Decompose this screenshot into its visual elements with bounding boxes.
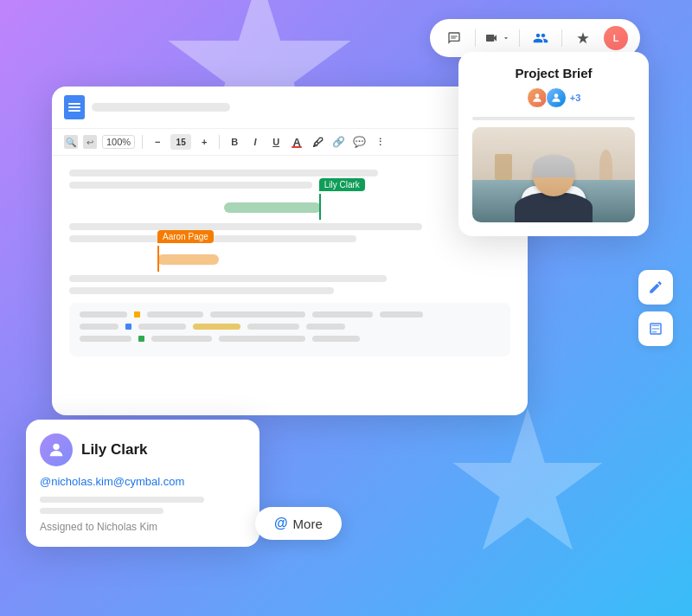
- toolbar-divider-3: [561, 29, 562, 47]
- gantt-bar-aaron: [157, 254, 219, 265]
- table-cell-2-4: [306, 324, 345, 330]
- add-people-button[interactable]: [529, 26, 553, 50]
- table-row-3: [80, 336, 500, 342]
- table-bar-2: [193, 324, 240, 330]
- pen-tool-button[interactable]: [638, 270, 673, 305]
- table-dot-2: [125, 324, 131, 330]
- chat-button[interactable]: [442, 26, 466, 50]
- text-line-5: [69, 275, 387, 282]
- table-row-1: [80, 311, 500, 318]
- project-brief-card: Project Brief +3: [458, 52, 649, 236]
- lily-clark-avatar: [40, 433, 73, 466]
- brief-avatar-1: [527, 87, 548, 108]
- toolbar-divider-2: [519, 29, 520, 47]
- edit-tools-panel: [638, 270, 673, 346]
- table-dot-1: [134, 311, 140, 318]
- increase-font-btn[interactable]: +: [196, 134, 212, 150]
- more-toolbar-btn[interactable]: ⋮: [372, 134, 388, 150]
- docs-table-area: [69, 303, 510, 356]
- docs-title-placeholder: [92, 103, 230, 112]
- gantt-row-2: Aaron Page: [69, 247, 510, 272]
- table-cell-1-4: [312, 311, 373, 318]
- table-cell-3-1: [80, 336, 131, 342]
- text-line-3: [69, 223, 422, 230]
- underline-btn[interactable]: U: [268, 134, 284, 150]
- zoom-level[interactable]: 100%: [102, 135, 135, 149]
- search-toolbar-icon[interactable]: 🔍: [64, 135, 78, 149]
- text-color-btn[interactable]: A: [289, 134, 304, 150]
- bold-btn[interactable]: B: [227, 134, 242, 150]
- lily-clark-profile-card: Lily Clark @nicholas.kim@cymbal.com Assi…: [26, 420, 260, 547]
- profile-line-2: [40, 508, 163, 514]
- undo-toolbar-icon[interactable]: ↩: [83, 135, 97, 149]
- svg-point-2: [53, 444, 59, 450]
- link-btn[interactable]: 🔗: [330, 134, 346, 150]
- lily-clark-label: Lily Clark: [319, 178, 365, 191]
- table-cell-3-4: [312, 336, 360, 342]
- table-row-2: [80, 324, 500, 330]
- gantt-chart-area: Lily Clark Aaron Page: [69, 196, 510, 294]
- text-line-6: [69, 287, 334, 294]
- docs-app-icon: [64, 95, 85, 119]
- gantt-row-1: Lily Clark: [69, 196, 510, 220]
- docs-header: [52, 87, 528, 129]
- docs-toolbar: 🔍 ↩ 100% − 15 + B I U A 🖊 🔗 💬 ⋮: [52, 129, 528, 156]
- profile-header: Lily Clark: [40, 433, 246, 466]
- table-cell-3-3: [219, 336, 305, 342]
- toolbar-divider2: [219, 135, 220, 149]
- lily-clark-name: Lily Clark: [81, 441, 148, 459]
- brief-video-area: 🎤 📷: [472, 127, 635, 222]
- aaron-page-cursor: Aaron Page: [157, 246, 159, 272]
- docs-card: 🔍 ↩ 100% − 15 + B I U A 🖊 🔗 💬 ⋮ Lily Cla…: [52, 87, 528, 415]
- font-size-display[interactable]: 15: [170, 134, 191, 150]
- table-cell-2-3: [247, 324, 299, 330]
- brief-avatar-count: +3: [570, 93, 581, 103]
- toolbar-divider: [142, 135, 143, 149]
- more-button[interactable]: @ More: [255, 507, 342, 540]
- frame-tool-button[interactable]: [638, 311, 673, 346]
- table-cell-1-5: [380, 311, 423, 318]
- sparkle-button[interactable]: [571, 26, 595, 50]
- text-line-2: [69, 182, 312, 189]
- table-cell-3-2: [151, 336, 212, 342]
- aaron-page-label: Aaron Page: [157, 230, 214, 243]
- docs-content: Lily Clark Aaron Page: [52, 156, 528, 370]
- gantt-bar-lily: [224, 202, 321, 213]
- italic-btn[interactable]: I: [247, 134, 263, 150]
- brief-card-title: Project Brief: [472, 66, 635, 80]
- lily-clark-cursor: Lily Clark: [319, 194, 321, 220]
- decrease-font-btn[interactable]: −: [150, 134, 165, 150]
- highlight-btn[interactable]: 🖊: [310, 134, 325, 150]
- table-dot-3: [138, 336, 144, 342]
- lily-clark-email[interactable]: @nicholas.kim@cymbal.com: [40, 475, 246, 488]
- table-cell-1-2: [147, 311, 203, 318]
- brief-avatar-2: [546, 87, 567, 108]
- table-cell-1-3: [210, 311, 305, 318]
- text-line-1: [69, 170, 378, 176]
- table-cell-2-1: [80, 324, 119, 330]
- brief-avatars-row: +3: [472, 87, 635, 108]
- svg-point-0: [535, 93, 539, 98]
- brief-separator: [472, 117, 635, 120]
- table-cell-1-1: [80, 311, 127, 318]
- video-call-button[interactable]: [484, 31, 510, 45]
- assigned-label: Assigned to Nicholas Kim: [40, 521, 246, 533]
- star-decoration-bottom-right: [450, 408, 606, 564]
- toolbar-divider-1: [475, 29, 476, 47]
- more-button-label: More: [293, 517, 323, 531]
- comment-btn[interactable]: 💬: [351, 134, 367, 150]
- svg-point-1: [554, 93, 558, 98]
- table-cell-2-2: [138, 324, 186, 330]
- user-avatar[interactable]: L: [604, 26, 628, 50]
- at-symbol: @: [274, 516, 288, 531]
- profile-line-1: [40, 497, 204, 503]
